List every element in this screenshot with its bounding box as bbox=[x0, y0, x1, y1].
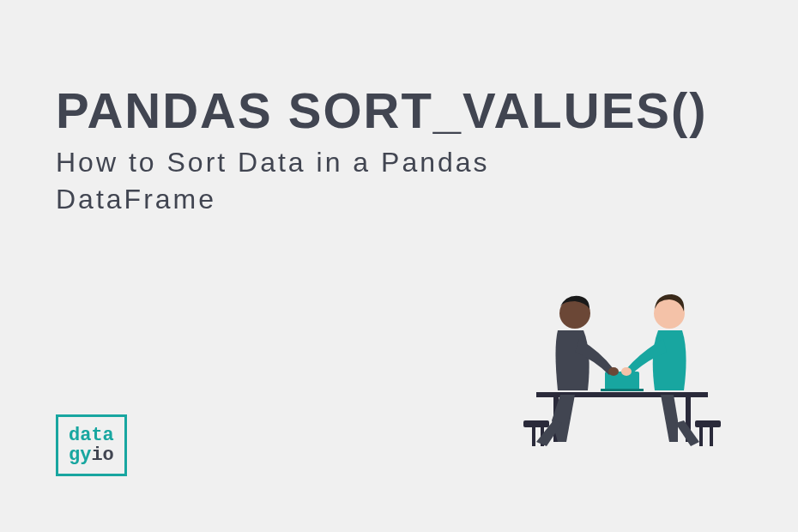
svg-rect-5 bbox=[695, 420, 721, 427]
svg-point-14 bbox=[621, 367, 632, 376]
svg-point-12 bbox=[608, 367, 619, 376]
people-meeting-illustration bbox=[493, 270, 751, 485]
datagy-logo: data gyio bbox=[56, 414, 127, 476]
svg-rect-7 bbox=[710, 427, 713, 446]
logo-line2: gyio bbox=[69, 445, 114, 465]
svg-rect-11 bbox=[601, 389, 644, 391]
logo-line1: data bbox=[69, 426, 114, 445]
page-title: PANDAS SORT_VALUES() bbox=[56, 82, 708, 139]
svg-rect-6 bbox=[699, 427, 703, 446]
page-subtitle: How to Sort Data in a Pandas DataFrame bbox=[56, 144, 528, 218]
svg-rect-2 bbox=[523, 420, 549, 427]
svg-rect-3 bbox=[532, 427, 535, 446]
